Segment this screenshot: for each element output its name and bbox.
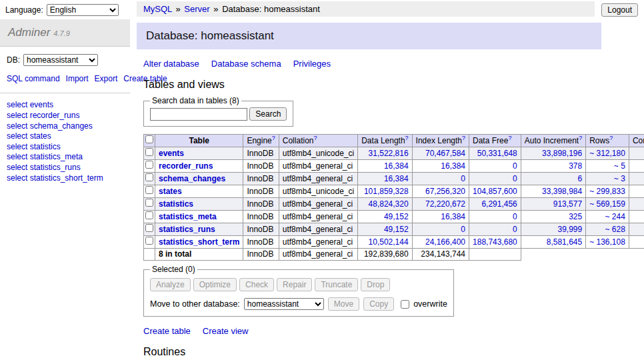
breadcrumb-link-mysql[interactable]: MySQL	[143, 4, 172, 14]
help-link[interactable]: ?	[609, 135, 613, 141]
rows-link[interactable]: ~ 3	[614, 174, 625, 183]
row-checkbox[interactable]	[145, 186, 153, 194]
language-select[interactable]: English	[47, 4, 119, 16]
help-link[interactable]: ?	[405, 135, 409, 141]
breadcrumb-link-server[interactable]: Server	[184, 4, 209, 14]
copy-button[interactable]: Copy	[363, 297, 394, 311]
help-link[interactable]: ?	[272, 135, 275, 141]
move-button[interactable]: Move	[328, 297, 359, 311]
sidebar-action-export[interactable]: Export	[95, 74, 118, 83]
truncate-button[interactable]: Truncate	[315, 278, 358, 291]
search-button[interactable]: Search	[249, 107, 287, 121]
auto-increment-link[interactable]: 913,577	[553, 199, 582, 209]
data-free-link[interactable]: 188,743,680	[473, 237, 517, 247]
data-free-link[interactable]: 0	[513, 225, 517, 234]
help-link[interactable]: ?	[508, 135, 511, 141]
sidebar-action-import[interactable]: Import	[66, 74, 89, 83]
table-name-link[interactable]: statistics	[159, 199, 193, 209]
table-name-link[interactable]: statistics_runs	[159, 225, 215, 234]
analyze-button[interactable]: Analyze	[150, 278, 191, 291]
row-checkbox[interactable]	[145, 224, 153, 232]
row-checkbox[interactable]	[145, 173, 153, 181]
index-length-link[interactable]: 72,220,672	[425, 199, 465, 209]
row-checkbox[interactable]	[145, 148, 153, 156]
data-length-link[interactable]: 16,384	[384, 174, 409, 183]
db-link-alter-database[interactable]: Alter database	[143, 59, 199, 69]
move-db-select[interactable]: homeassistant	[244, 298, 324, 310]
rows-link[interactable]: ~ 5	[614, 161, 625, 171]
rows-link[interactable]: ~ 569,159	[589, 199, 625, 209]
select-all-checkbox[interactable]	[145, 135, 153, 143]
rows-link[interactable]: ~ 312,180	[589, 149, 625, 158]
sidebar-table-link-statistics-short-term[interactable]: select statistics_short_term	[7, 173, 123, 184]
repair-button[interactable]: Repair	[277, 278, 312, 291]
sidebar-table-link-statistics-meta[interactable]: select statistics_meta	[7, 152, 123, 163]
help-link[interactable]: ?	[313, 135, 317, 141]
table-name-link[interactable]: statistics_meta	[159, 212, 217, 221]
auto-increment-link[interactable]: 39,999	[557, 225, 582, 234]
optimize-button[interactable]: Optimize	[193, 278, 237, 291]
index-length-link[interactable]: 16,384	[441, 212, 465, 221]
data-length-link[interactable]: 49,152	[384, 225, 409, 234]
rows-link[interactable]: ~ 136,108	[589, 237, 625, 247]
drop-button[interactable]: Drop	[361, 278, 390, 291]
row-checkbox[interactable]	[145, 211, 153, 219]
index-length-link[interactable]: 24,166,400	[425, 237, 465, 247]
data-free-link[interactable]: 0	[513, 212, 517, 221]
data-length-link[interactable]: 16,384	[384, 161, 409, 171]
index-length-link[interactable]: 70,467,584	[425, 149, 465, 158]
sidebar-table-link-statistics[interactable]: select statistics	[7, 142, 123, 153]
data-length-link[interactable]: 31,522,816	[369, 149, 409, 158]
table-name-link[interactable]: statistics_short_term	[159, 237, 239, 247]
data-length-link[interactable]: 10,502,144	[369, 237, 409, 247]
row-checkbox[interactable]	[145, 161, 153, 169]
row-checkbox[interactable]	[145, 199, 153, 207]
data-length-link[interactable]: 48,824,320	[369, 199, 409, 209]
data-free-link[interactable]: 0	[513, 161, 517, 171]
rows-link[interactable]: ~ 628	[605, 225, 625, 234]
overwrite-checkbox[interactable]	[401, 300, 409, 309]
auto-increment-link[interactable]: 6	[577, 174, 582, 183]
create-link-create-table[interactable]: Create table	[143, 326, 191, 336]
table-name-link[interactable]: recorder_runs	[159, 161, 213, 171]
row-checkbox-cell	[144, 185, 155, 198]
index-length-link[interactable]: 16,384	[441, 161, 465, 171]
sidebar-table-link-events[interactable]: select events	[7, 100, 123, 111]
index-length-link[interactable]: 67,256,320	[425, 187, 465, 196]
data-free-link[interactable]: 0	[513, 174, 517, 183]
total-data-length: 192,839,680	[358, 249, 412, 261]
help-link[interactable]: ?	[579, 135, 582, 141]
sidebar-table-link-recorder-runs[interactable]: select recorder_runs	[7, 111, 123, 121]
table-name-link[interactable]: schema_changes	[159, 174, 225, 183]
table-name-link[interactable]: events	[159, 149, 184, 158]
auto-increment-link[interactable]: 33,398,984	[542, 187, 582, 196]
db-link-privileges[interactable]: Privileges	[293, 59, 331, 69]
row-checkbox[interactable]	[145, 237, 153, 245]
data-free-link[interactable]: 6,291,456	[481, 199, 517, 209]
help-link[interactable]: ?	[462, 135, 465, 141]
auto-increment-link[interactable]: 378	[569, 161, 582, 171]
index-length-link[interactable]: 0	[461, 174, 465, 183]
db-select[interactable]: homeassistant	[23, 54, 98, 66]
data-free-link[interactable]: 104,857,600	[473, 187, 517, 196]
sidebar-action-sql-command[interactable]: SQL command	[7, 74, 60, 83]
sidebar-table-link-states[interactable]: select states	[7, 131, 123, 142]
sidebar-table-link-statistics-runs[interactable]: select statistics_runs	[7, 163, 123, 173]
rows-link[interactable]: ~ 244	[605, 212, 625, 221]
search-input[interactable]	[150, 108, 247, 121]
data-length-link[interactable]: 101,859,328	[364, 187, 409, 196]
data-free-link[interactable]: 50,331,648	[477, 149, 517, 158]
auto-increment-link[interactable]: 325	[569, 212, 582, 221]
index-length-link[interactable]: 0	[461, 225, 465, 234]
create-link-create-view[interactable]: Create view	[203, 326, 249, 336]
data-length-link[interactable]: 49,152	[384, 212, 409, 221]
db-link-database-schema[interactable]: Database schema	[211, 59, 281, 69]
table-row-recorder-runs: recorder_runsInnoDButf8mb4_general_ci16,…	[144, 160, 644, 173]
sidebar-table-link-schema-changes[interactable]: select schema_changes	[7, 121, 123, 132]
table-name-link[interactable]: states	[159, 187, 182, 196]
logout-button[interactable]: Logout	[601, 3, 638, 17]
auto-increment-link[interactable]: 8,581,645	[547, 237, 582, 247]
rows-link[interactable]: ~ 299,833	[589, 187, 625, 196]
auto-increment-link[interactable]: 33,898,196	[542, 149, 582, 158]
check-button[interactable]: Check	[239, 278, 274, 291]
